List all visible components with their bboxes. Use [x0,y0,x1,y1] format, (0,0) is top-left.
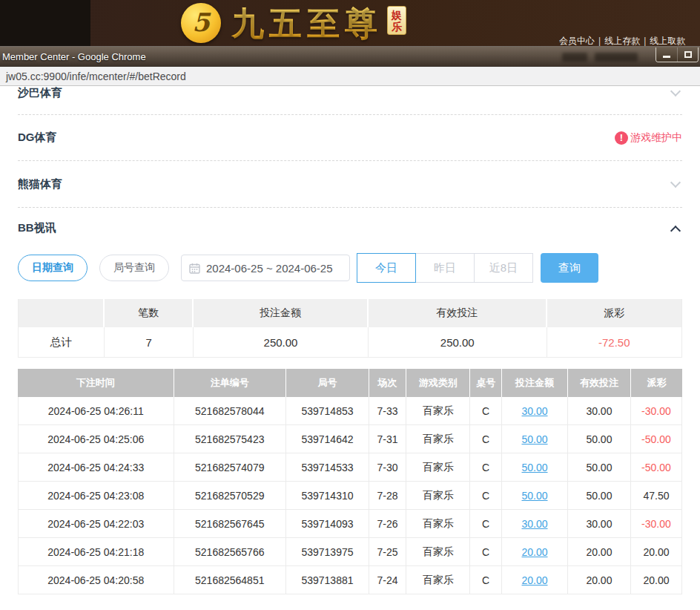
table-row: 2024-06-25 04:21:18521682565766539713975… [18,538,682,566]
nav-deposit[interactable]: 线上存款 [604,36,640,46]
bets-header-cell: 注单编号 [174,369,286,397]
payout-cell: -30.00 [631,510,682,538]
game-type-cell: 百家乐 [406,397,470,425]
game-type-cell: 百家乐 [406,566,470,594]
bet-amount-link[interactable]: 50.00 [521,433,547,445]
bet-amount-link[interactable]: 20.00 [521,546,547,558]
minimize-icon [663,56,670,58]
summary-table-row: 总计 7 250.00 250.00 -72.50 [19,327,681,357]
bets-header-cell: 游戏类别 [406,369,470,397]
section-row-dg[interactable]: DG体育 ! 游戏维护中 [18,115,682,161]
game-type-cell: 百家乐 [406,482,470,510]
session-cell: 7-33 [369,397,406,425]
bets-table-body: 2024-06-25 04:26:11521682578044539714853… [18,397,682,594]
nav-separator: | [644,36,646,46]
round-no-cell: 539714533 [286,453,369,482]
bet-amount-cell: 30.00 [502,397,568,425]
table-row: 2024-06-25 04:23:08521682570529539714310… [18,482,682,510]
chevron-down-icon [670,86,681,96]
brand-logo: 5 九五至尊 娱乐 [181,3,406,45]
summary-label: 总计 [19,327,105,357]
bet-amount-cell: 20.00 [502,538,568,566]
order-no-cell: 521682570529 [174,482,286,510]
window-title: Member Center - Google Chrome [0,51,146,62]
quick-yesterday-button[interactable]: 昨日 [415,253,475,283]
date-range-value: 2024-06-25 ~ 2024-06-25 [206,262,333,275]
url-text: jw05.cc:9900/infe/mcenter/#/betRecord [0,70,186,82]
bet-amount-cell: 30.00 [502,510,568,538]
round-no-cell: 539714093 [286,510,369,538]
calendar-icon [189,263,200,274]
session-cell: 7-26 [369,510,406,538]
header-dark-block [0,0,90,46]
bet-amount-link[interactable]: 50.00 [521,490,547,502]
table-no-cell: C [470,425,502,453]
minimize-button[interactable] [656,47,677,62]
exclamation-icon: ! [615,131,628,145]
round-no-cell: 539714853 [286,397,369,425]
order-no-cell: 521682565766 [174,538,286,566]
section-row-bb[interactable]: BB视讯 [18,208,682,249]
valid-bet-cell: 20.00 [568,566,631,594]
valid-bet-cell: 50.00 [568,482,631,510]
search-button[interactable]: 查询 [541,253,598,283]
section-row-panda[interactable]: 熊猫体育 [18,161,682,208]
payout-cell: 47.50 [631,482,682,510]
summary-header-cell: 有效投注 [369,299,547,327]
table-no-cell: C [470,538,502,566]
game-type-cell: 百家乐 [406,453,470,482]
bet-amount-cell: 20.00 [502,566,568,594]
tab-date-query[interactable]: 日期查询 [18,255,88,281]
game-type-cell: 百家乐 [406,510,470,538]
table-no-cell: C [470,566,502,594]
bet-amount-link[interactable]: 30.00 [521,518,547,530]
valid-bet-cell: 30.00 [568,397,631,425]
round-no-cell: 539714310 [286,482,369,510]
chevron-down-icon [670,177,681,188]
nav-member-center[interactable]: 会员中心 [559,36,595,46]
quick-today-button[interactable]: 今日 [357,253,416,283]
bet-amount-link[interactable]: 50.00 [521,462,547,473]
nav-withdraw[interactable]: 线上取款 [650,36,685,46]
bet-amount-link[interactable]: 20.00 [521,574,547,586]
bets-header-cell: 局号 [286,369,369,397]
window-controls [656,47,699,62]
table-row: 2024-06-25 04:24:33521682574079539714533… [18,453,682,482]
maximize-button[interactable] [677,47,698,62]
bet-time-cell: 2024-06-25 04:20:58 [18,566,174,594]
brand-name: 九五至尊 [231,3,383,45]
maintenance-badge: ! 游戏维护中 [615,131,682,145]
table-no-cell: C [470,482,502,510]
table-row: 2024-06-25 04:25:06521682575423539714642… [18,425,682,453]
bets-header-cell: 有效投注 [568,369,631,397]
redacted-text [562,53,587,62]
bet-amount-cell: 50.00 [502,453,568,482]
address-bar[interactable]: jw05.cc:9900/infe/mcenter/#/betRecord [0,67,700,86]
tab-round-query[interactable]: 局号查询 [99,255,169,281]
quick-8days-button[interactable]: 近8日 [474,253,533,283]
summary-header-cell: 笔数 [105,299,194,327]
summary-header-cell: 投注金额 [194,299,369,327]
chevron-up-icon [670,225,681,235]
section-title: 沙巴体育 [18,86,62,100]
bets-header-cell: 派彩 [631,369,682,397]
order-no-cell: 521682578044 [174,397,286,425]
session-cell: 7-28 [369,482,406,510]
date-range-input[interactable]: 2024-06-25 ~ 2024-06-25 [181,255,350,281]
valid-bet-cell: 50.00 [568,453,631,482]
round-no-cell: 539714642 [286,425,369,453]
bet-time-cell: 2024-06-25 04:23:08 [18,482,174,510]
order-no-cell: 521682567645 [174,510,286,538]
section-title: DG体育 [18,131,57,145]
summary-valid-bet: 250.00 [369,327,547,357]
window-titlebar[interactable]: Member Center - Google Chrome [0,46,700,67]
summary-bet-amount: 250.00 [194,327,369,357]
bets-table: 下注时间注单编号局号场次游戏类别桌号投注金额有效投注派彩 2024-06-25 … [18,369,682,594]
payout-cell: 20.00 [631,566,682,594]
bet-amount-link[interactable]: 30.00 [521,405,547,417]
table-row: 2024-06-25 04:22:03521682567645539714093… [18,510,682,538]
filter-bar: 日期查询 局号查询 2024-06-25 ~ 2024-06-25 今日 昨日 … [18,253,682,283]
summary-count: 7 [105,327,194,357]
table-no-cell: C [470,453,502,482]
bets-table-header: 下注时间注单编号局号场次游戏类别桌号投注金额有效投注派彩 [18,369,682,397]
